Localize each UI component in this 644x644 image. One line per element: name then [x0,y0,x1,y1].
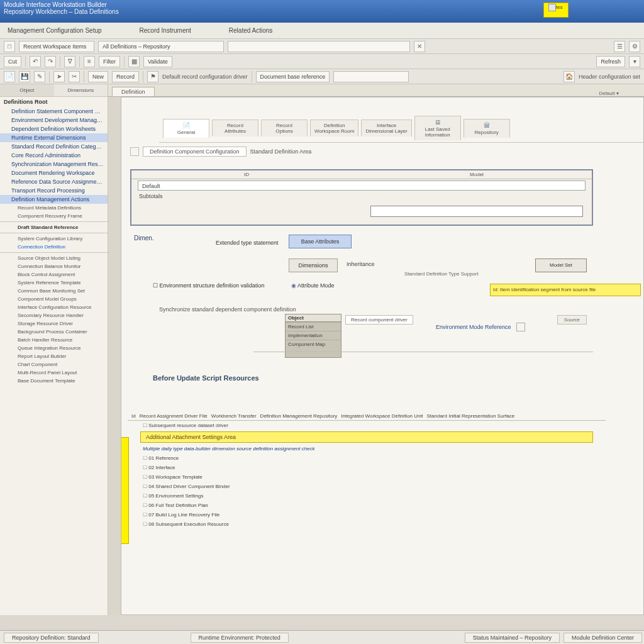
tree-item[interactable]: Storage Resource Driver [0,319,108,328]
grid-checkbox[interactable]: Subsequent resource dataset driver [128,421,606,430]
frame-input[interactable] [370,206,583,217]
base-attributes-button[interactable]: Base Attributes [289,235,352,248]
workspace-dropdown[interactable]: Recent Workspace Items [19,41,94,52]
search-input[interactable] [228,41,410,52]
tree-item[interactable]: Base Document Template [0,377,108,385]
repo-dropdown[interactable]: All Definitions – Repository [98,41,224,52]
frame-row[interactable]: Default [138,180,586,191]
config-dropdown[interactable] [333,71,409,82]
home-icon[interactable]: 🏠 [564,71,575,82]
validation-checkbox[interactable]: Environment structure definition validat… [153,282,265,289]
record-button[interactable]: Record [112,71,139,82]
grid-row[interactable]: 06 Full Test Definition Plan [128,501,606,510]
mini-right[interactable]: Source [557,315,587,325]
option-icon[interactable]: ▾ [629,56,640,67]
tree-item[interactable]: Source Object Model Listing [0,254,108,262]
btn[interactable]: Refresh [596,56,625,67]
toggle-icon[interactable]: ☰ [614,41,625,52]
inner-tab[interactable]: 🏛Repository [464,119,510,138]
tree-item[interactable]: Interface Configuration Resource [0,303,108,311]
cut-icon[interactable]: ✂ [69,71,80,82]
tree-item[interactable]: Environment Development Management Optio… [0,116,108,125]
list-icon[interactable]: ≡ [84,56,95,67]
tree-item[interactable]: Component Model Groups [0,295,108,303]
tree-item[interactable]: Secondary Resource Handler [0,311,108,319]
tree-tab[interactable]: Object [0,84,54,96]
tree-item[interactable]: System Configuration Library [0,235,108,243]
crumb-item[interactable]: Standard Definition Area [250,148,312,155]
tree-item[interactable]: System Reference Template [0,279,108,287]
tree-item[interactable]: Standard Record Definition Categories [0,142,108,151]
tree-item[interactable]: Definition Management Actions [0,195,108,204]
tree-sub[interactable]: Record Metadata Definitions [0,204,108,212]
dimensions-button[interactable]: Dimensions [289,258,338,272]
grid-row[interactable]: 07 Build Log Line Recovery File [128,510,606,519]
table-icon[interactable]: ▦ [128,56,140,67]
filter-icon[interactable]: ∇ [64,56,75,67]
highlight-row[interactable]: Additional Attachment Settings Area [140,431,593,443]
doc-tab[interactable]: Definition [112,87,155,96]
tree-item[interactable]: Reference Data Source Assignments [0,177,108,186]
btn[interactable]: Filter [99,56,120,67]
grid-row[interactable]: 02 Interface [128,463,606,472]
crumb-item[interactable]: Definition Component Configuration [143,147,247,157]
redo-icon[interactable]: ↷ [45,56,56,67]
new-icon[interactable]: □ [4,41,15,52]
grid-row[interactable]: 08 Subsequent Execution Resource [128,519,606,529]
doc-icon[interactable]: 📄 [4,71,15,82]
mini-link[interactable]: Environment Mode Reference [436,323,525,331]
tree-item[interactable]: Dependent Definition Worksheets [0,125,108,133]
tree-item[interactable]: Synchronization Management Resources [0,160,108,169]
tree-item[interactable]: Background Process Container [0,328,108,336]
close-icon[interactable]: ✕ [414,41,425,52]
inner-tab[interactable]: RecordOptions [261,119,308,136]
inner-tab[interactable]: InterfaceDimensional Layer [361,119,411,136]
flag-icon[interactable]: ⚑ [147,71,158,82]
menu-item[interactable]: Related Actions [229,27,273,34]
tree-item[interactable]: Queue Integration Resource [0,344,108,352]
tree-item[interactable]: Document Rendering Workspace [0,169,108,177]
tree-sub[interactable]: Draft Standard Reference [0,223,108,231]
undo-icon[interactable]: ↶ [30,56,41,67]
mini-row[interactable]: Record List [286,322,341,331]
save-icon[interactable]: 💾 [19,71,30,82]
attribute-mode-radio[interactable]: Attribute Mode [291,282,335,289]
grid-row[interactable]: 03 Workspace Template [128,472,606,482]
fwd-icon[interactable]: ➤ [53,71,65,82]
inner-tab[interactable]: 📄General [163,119,209,138]
tree-item[interactable]: Transport Record Processing [0,186,108,195]
grid-row[interactable]: 05 Environment Settings [128,491,606,501]
pen-icon[interactable]: ✎ [34,71,45,82]
inner-tab[interactable]: DefinitionWorkspace Room [310,119,358,136]
mini-row[interactable]: Component Map [286,340,341,348]
menu-item[interactable]: Record Instrument [140,27,191,34]
tree-item[interactable]: Connection Balance Monitor [0,262,108,270]
grid-row[interactable]: 04 Shared Driver Component Binder [128,482,606,491]
mini-row[interactable]: Implementation [286,331,341,340]
sticky-note-top[interactable]: Notes [543,3,569,18]
doc-ref-button[interactable]: Document base reference [256,71,330,82]
model-set-button[interactable]: Model Set [535,258,587,272]
tree-item[interactable]: Block Control Assignment [0,270,108,279]
gear-icon[interactable]: ⚙ [629,41,640,52]
tree-item[interactable]: Core Record Administration [0,151,108,160]
inner-tab[interactable]: 🖥Last SavedInformation [414,116,461,140]
sticky-note-side[interactable]: Id: Item identification segment from sou… [490,284,641,296]
tree-item[interactable]: Connection Definition [0,243,108,251]
tree-item[interactable]: Batch Handler Resource [0,336,108,344]
tree-item[interactable]: Definition Statement Component Repositor… [0,107,108,116]
tree-tab[interactable]: Dimensions [54,84,108,96]
tree-item[interactable]: Runtime External Dimensions [0,133,108,142]
tree-item[interactable]: Multi-Record Panel Layout [0,369,108,377]
tree-group[interactable]: Definitions Root [0,97,108,107]
grid-row[interactable]: 01 Reference [128,453,606,463]
new-button[interactable]: New [88,71,108,82]
window-control-icon[interactable] [548,4,556,11]
tree-item[interactable]: Chart Component [0,360,108,369]
tree-item[interactable]: Report Layout Builder [0,352,108,360]
btn[interactable]: Cut [4,56,21,67]
inner-tab[interactable]: RecordAttributes [212,119,258,136]
tree-sub[interactable]: Component Recovery Frame [0,212,108,220]
btn[interactable]: Validate [143,56,172,67]
tree-item[interactable]: Common Base Monitoring Set [0,287,108,295]
